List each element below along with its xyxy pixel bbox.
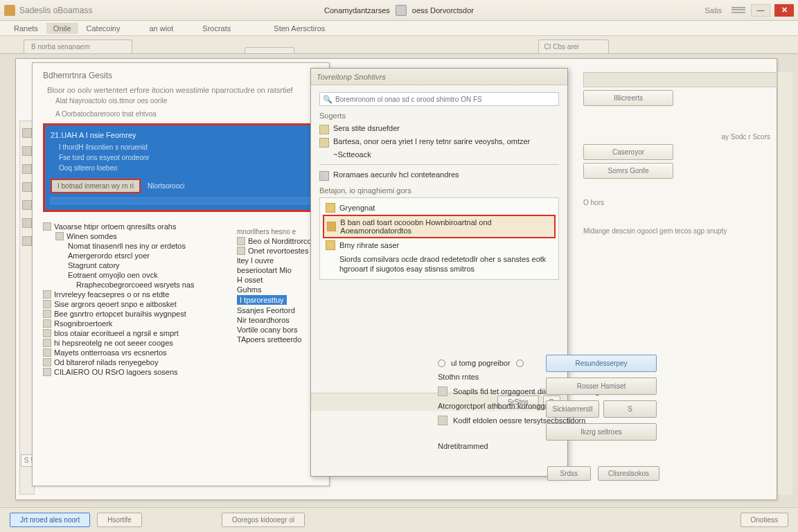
tree-item[interactable]: Bee gsnrtro ertopcet buraihis wygnpest	[54, 310, 186, 318]
tool-icon[interactable]	[22, 218, 32, 228]
tree-icon	[43, 329, 51, 337]
tree-item[interactable]: Mayets ontterroasa vrs ecsnertos	[54, 348, 167, 357]
menu-item-0[interactable]: Ranets	[7, 23, 45, 34]
side-button[interactable]: Caseroyor	[583, 144, 673, 160]
tree-item[interactable]: Irrvreleyy feacsepres o or ns etdte	[54, 290, 169, 299]
side-text: O hors	[583, 198, 777, 207]
tree-icon	[43, 348, 51, 357]
dialog-item: ~Sctteoack	[333, 150, 371, 159]
category-item-highlighted[interactable]: B ban oatl toart ocooobn Hownbiroartnal …	[323, 215, 556, 238]
highlight-item[interactable]: Ooq siteero loebeo	[51, 163, 312, 173]
status-button[interactable]: Hsortife	[97, 513, 141, 527]
highlight-bar	[51, 197, 312, 204]
mid-item-selected[interactable]: I tpsroresttuy	[237, 295, 287, 305]
tree-item[interactable]: Sise argrors qeoert snpo e aitbosket	[54, 300, 177, 308]
tree-item[interactable]: Od bltarerof nilads renyegeboy	[54, 358, 158, 366]
section-label: Betajon, io qinaghiemi gors	[319, 186, 559, 195]
side-button[interactable]: Somrs Gonfe	[583, 163, 673, 179]
tree-icon	[43, 319, 51, 328]
mid-item[interactable]: ltey l ouvre	[237, 256, 274, 265]
mid-item[interactable]: Vortile ocany bors	[237, 326, 297, 334]
menu-item-2[interactable]: Catecoiny	[80, 23, 127, 34]
mid-item[interactable]: H osset	[237, 276, 263, 284]
tab-1[interactable]: B norba senanaem	[24, 39, 132, 53]
center-icon	[396, 5, 407, 16]
highlight-link[interactable]: Nlortsorooci	[148, 182, 184, 190]
mid-item[interactable]: TApoers sretteerdo	[237, 335, 301, 344]
search-input[interactable]	[335, 96, 558, 103]
side-button[interactable]: Illiicreerts	[583, 90, 673, 106]
highlight-button[interactable]: I botnad inmeran wy rn ri	[51, 179, 141, 193]
item-icon	[438, 387, 447, 396]
lower-text: Stothn rntes	[438, 373, 479, 381]
minimize-button[interactable]: —	[751, 4, 770, 17]
tree-item[interactable]: Winen somdes	[66, 232, 117, 240]
tab-2[interactable]	[245, 47, 294, 53]
tree-item[interactable]: CILAIERO OU RSrO lagoers sosens	[54, 368, 178, 376]
ok-button[interactable]: Srdss	[547, 466, 592, 481]
right-scrollbar[interactable]	[777, 72, 792, 495]
tree-icon	[43, 300, 51, 308]
status-button-primary[interactable]: Jrt nroed ales noort	[10, 513, 90, 527]
radio-label: ul tomg pogreibor	[451, 359, 511, 367]
settings-button[interactable]: Satis	[701, 5, 726, 16]
action-button[interactable]: Sickiaerrerstl	[546, 400, 599, 418]
tree-icon	[43, 339, 51, 347]
menu-item-4[interactable]: Srocrats	[195, 23, 238, 34]
highlight-item[interactable]: I thordH ilrsontien s noruenid	[51, 142, 312, 152]
tool-icon[interactable]	[22, 164, 32, 174]
status-button[interactable]: Onotiess	[741, 513, 788, 527]
tree-item[interactable]: Vaoarse htipr ortoem qnresilts orahs	[54, 222, 177, 231]
mid-item[interactable]: beseriootart Mio	[237, 266, 292, 274]
mid-item[interactable]: Ssanjes Feortord	[237, 306, 295, 314]
category-item[interactable]: Gryengnat	[323, 201, 556, 215]
cancel-button[interactable]: Clisreslsokos	[598, 466, 659, 481]
tree-item[interactable]: hi hepsreotelg ne oot seeer cooges	[54, 339, 173, 347]
right-header	[583, 72, 777, 87]
primary-button[interactable]: Resundesserpey	[546, 355, 657, 372]
tree-item[interactable]: blos otaiar ecoritueel a ngrsil e smprt	[54, 329, 179, 337]
tree-item[interactable]: Eotraent omyojlo oen ovck	[68, 271, 158, 279]
tree-icon	[55, 232, 64, 240]
mid-item[interactable]: Nir teoardhoros	[237, 316, 290, 324]
tree-item[interactable]: Rsognibroertoerk	[54, 319, 112, 328]
titlebar: Sadeslis oBoamass Conamydantzarses oess …	[0, 0, 798, 21]
intro-text: Bloor oo oolv wertentert erfore itocion …	[43, 86, 320, 94]
radio-button[interactable]	[438, 360, 445, 367]
radio-button[interactable]	[516, 360, 524, 367]
mid-item[interactable]: Onet revortoestes	[248, 247, 308, 255]
dialog-item[interactable]: Bartesa, onor oera yriet I reny tetnr sa…	[333, 137, 530, 145]
tree-item[interactable]: Amergerordo etsrcl yoer	[68, 251, 150, 260]
mid-item[interactable]: Beo ol Nordittrorcod	[248, 237, 316, 245]
menubar: Ranets Onile Catecoiny an wiot Srocrats …	[0, 21, 798, 36]
tree-item[interactable]: Stagrunt catory	[68, 261, 120, 269]
tab-3[interactable]: CI Cbs arei	[538, 39, 609, 53]
close-button[interactable]: ✕	[774, 4, 794, 17]
highlight-head: 21.UAH A I nsie Feomrey	[51, 131, 312, 139]
dialog-item[interactable]: Roramaes aecunlv hcl conteteandres	[333, 170, 459, 179]
category-item[interactable]: Bmy rihrate saser	[323, 238, 556, 252]
dialog-item[interactable]: Sera stite dsruefder	[333, 124, 400, 132]
hamburger-icon[interactable]	[730, 6, 747, 15]
action-button[interactable]: Rosser Hsmiset	[546, 378, 657, 395]
tool-icon[interactable]	[22, 182, 32, 192]
tool-icon[interactable]	[22, 236, 32, 246]
workspace: S 51 Bdhemrtnra Gesits Bloor oo oolv wer…	[0, 54, 798, 506]
divider	[319, 164, 559, 165]
tool-icon[interactable]	[22, 146, 32, 156]
tool-icon[interactable]	[22, 200, 32, 210]
action-button[interactable]: Ikzrg seltroes	[546, 423, 657, 441]
category-box: Gryengnat B ban oatl toart ocooobn Hownb…	[319, 197, 559, 280]
tree-item[interactable]: Nomat tinasenrll nes iny or erdetos	[68, 242, 186, 250]
mid-item[interactable]: Guhms	[237, 285, 261, 294]
status-button[interactable]: Ooregos kidooegr ol	[222, 513, 305, 527]
tool-icon[interactable]	[22, 128, 32, 138]
tree-item[interactable]: Rraphecobegrorcoeed wsryets nas	[76, 281, 195, 289]
menu-item-3[interactable]: an wiot	[142, 23, 180, 34]
menu-item-5[interactable]: Sten Aersctiros	[267, 23, 332, 34]
tabstrip: B norba senanaem CI Cbs arei	[0, 36, 798, 54]
highlight-item[interactable]: Fse tord ons esyeot orodeonr	[51, 152, 312, 163]
search-box[interactable]: 🔍	[319, 92, 559, 106]
menu-item-1[interactable]: Onile	[46, 23, 78, 34]
action-button[interactable]: S	[603, 400, 657, 418]
